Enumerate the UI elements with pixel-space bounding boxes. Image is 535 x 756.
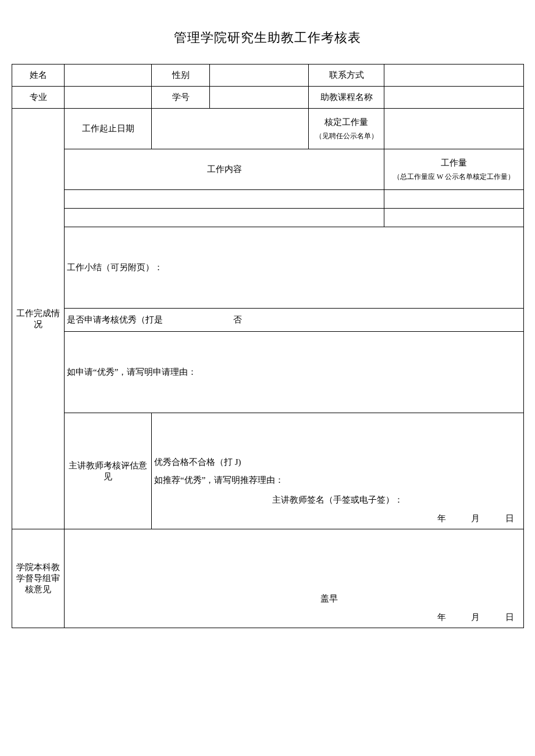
- value-workperiod[interactable]: [152, 109, 309, 149]
- label-gender: 性别: [152, 65, 210, 87]
- label-contact: 联系方式: [309, 65, 384, 87]
- value-gender[interactable]: [210, 65, 309, 87]
- value-name[interactable]: [65, 65, 152, 87]
- teacher-opinion-cell[interactable]: 优秀合格不合格（打 J) 如推荐“优秀”，请写明推荐理由： 主讲教师签名（手签或…: [152, 413, 524, 529]
- college-opinion-cell[interactable]: 盖早 年 月 日: [65, 529, 524, 628]
- label-workperiod: 工作起止日期: [65, 109, 152, 149]
- label-workload: 工作量 （总工作量应 W 公示名单核定工作量）: [384, 149, 524, 190]
- seal-line: 盖早: [65, 593, 523, 604]
- value-contact[interactable]: [384, 65, 524, 87]
- label-studentid: 学号: [152, 87, 210, 109]
- label-teacher-opinion: 主讲教师考核评估意见: [65, 413, 152, 529]
- label-completion: 工作完成情况: [12, 109, 65, 529]
- label-major: 专业: [12, 87, 65, 109]
- label-college-opinion: 学院本科教学督导组审核意见: [12, 529, 65, 628]
- label-approved-workload: 核定工作量 （见聘任公示名单）: [309, 109, 384, 149]
- form-title: 管理学院研究生助教工作考核表: [12, 29, 523, 46]
- workcontent-row-2[interactable]: [65, 209, 384, 227]
- college-date-line: 年 月 日: [65, 612, 523, 623]
- value-major[interactable]: [65, 87, 152, 109]
- value-coursename[interactable]: [384, 87, 524, 109]
- apply-reason-cell[interactable]: 如申请“优秀”，请写明申请理由：: [65, 332, 524, 413]
- value-studentid[interactable]: [210, 87, 309, 109]
- apply-excellent-cell[interactable]: 是否申请考核优秀（打是 否: [65, 309, 524, 332]
- label-coursename: 助教课程名称: [309, 87, 384, 109]
- value-approved-workload[interactable]: [384, 109, 524, 149]
- page: 管理学院研究生助教工作考核表 姓名 性别 联系方式 专业 学号 助教课程名称: [12, 29, 523, 628]
- workload-row-1[interactable]: [384, 190, 524, 209]
- label-name: 姓名: [12, 65, 65, 87]
- work-summary-cell[interactable]: 工作小结（可另附页）：: [65, 227, 524, 309]
- workload-row-2[interactable]: [384, 209, 524, 227]
- label-workcontent: 工作内容: [65, 149, 384, 190]
- teacher-sign-line: 主讲教师签名（手签或电子签）：: [152, 495, 523, 506]
- form-table: 姓名 性别 联系方式 专业 学号 助教课程名称 工作完成情况 工作起止日期: [12, 64, 524, 628]
- teacher-date-line: 年 月 日: [152, 513, 523, 524]
- workcontent-row-1[interactable]: [65, 190, 384, 209]
